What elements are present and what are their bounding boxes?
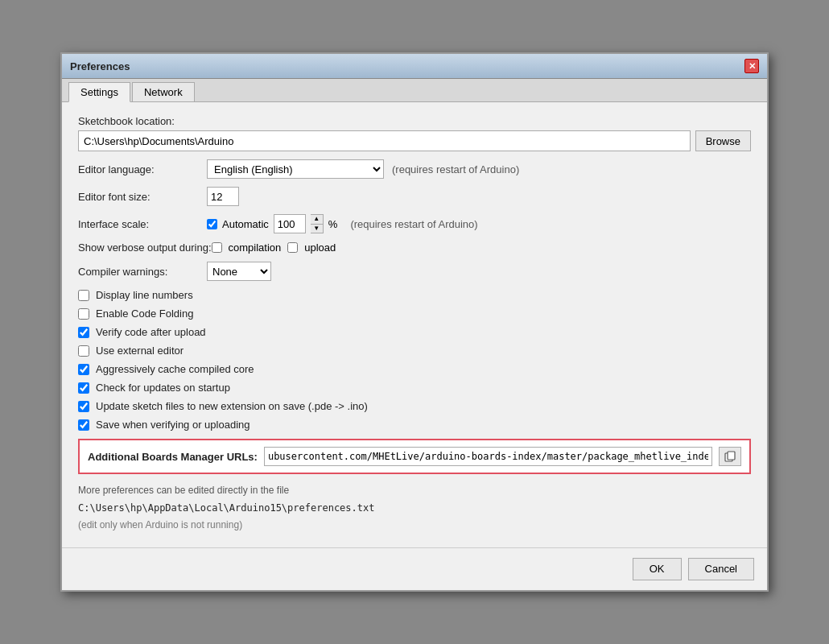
external-editor-label: Use external editor <box>96 345 184 357</box>
cache-core-checkbox[interactable] <box>78 364 89 375</box>
external-editor-checkbox[interactable] <box>78 345 89 357</box>
save-verify-checkbox[interactable] <box>78 419 89 431</box>
spinner-up-icon[interactable]: ▲ <box>311 215 323 225</box>
compiler-warnings-label: Compiler warnings: <box>78 266 207 278</box>
window-title: Preferences <box>70 60 130 72</box>
sketchbook-input-row: Browse <box>78 130 751 151</box>
verbose-output-row: Show verbose output during: compilation … <box>78 242 751 254</box>
boards-manager-url-input[interactable] <box>264 447 712 466</box>
update-extension-label: Update sketch files to new extension on … <box>96 400 368 412</box>
additional-boards-section: Additional Boards Manager URLs: <box>78 439 751 474</box>
automatic-checkbox[interactable] <box>207 219 217 229</box>
display-line-numbers-checkbox[interactable] <box>78 290 89 301</box>
language-restart-note: (requires restart of Arduino) <box>392 163 519 175</box>
display-line-numbers-label: Display line numbers <box>96 289 193 301</box>
preferences-note-section: More preferences can be edited directly … <box>78 482 751 535</box>
checkboxes-section: Display line numbers Enable Code Folding… <box>78 289 751 431</box>
check-updates-label: Check for updates on startup <box>96 382 230 394</box>
browse-button[interactable]: Browse <box>695 130 751 151</box>
check-updates-checkbox[interactable] <box>78 382 89 394</box>
cancel-button[interactable]: Cancel <box>688 558 754 580</box>
editor-language-label: Editor language: <box>78 163 207 175</box>
boards-copy-button[interactable] <box>719 447 741 466</box>
automatic-label: Automatic <box>222 218 269 230</box>
scale-controls: Automatic ▲ ▼ % (requires restart of Ard… <box>207 214 478 233</box>
upload-checkbox[interactable] <box>287 242 298 253</box>
checkbox-row-0: Display line numbers <box>78 289 751 301</box>
spinner-down-icon[interactable]: ▼ <box>311 225 323 233</box>
editor-language-select[interactable]: English (English) <box>207 159 384 179</box>
scale-unit: % <box>328 218 338 230</box>
preferences-path: C:\Users\hp\AppData\Local\Arduino15\pref… <box>78 500 751 518</box>
checkbox-row-6: Update sketch files to new extension on … <box>78 400 751 412</box>
boards-manager-label: Additional Boards Manager URLs: <box>88 451 258 463</box>
close-button[interactable]: ✕ <box>744 59 759 73</box>
editor-language-row: Editor language: English (English) (requ… <box>78 159 751 179</box>
editor-font-size-label: Editor font size: <box>78 191 207 203</box>
footer: OK Cancel <box>62 547 767 590</box>
scale-value-input[interactable] <box>274 214 306 233</box>
upload-label: upload <box>304 242 336 254</box>
tab-settings[interactable]: Settings <box>68 82 130 102</box>
compiler-warnings-select[interactable]: None Default More All <box>207 262 271 281</box>
checkbox-row-1: Enable Code Folding <box>78 308 751 320</box>
boards-row: Additional Boards Manager URLs: <box>88 447 741 466</box>
settings-content: Sketchbook location: Browse Editor langu… <box>62 102 767 547</box>
ok-button[interactable]: OK <box>633 558 682 580</box>
verify-code-label: Verify code after upload <box>96 326 206 338</box>
enable-code-folding-checkbox[interactable] <box>78 308 89 320</box>
verbose-output-label: Show verbose output during: <box>78 242 212 254</box>
checkbox-row-3: Use external editor <box>78 345 751 357</box>
edit-only-note: (edit only when Arduino is not running) <box>78 517 751 535</box>
scale-spinner[interactable]: ▲ ▼ <box>311 214 324 233</box>
editor-font-size-row: Editor font size: <box>78 187 751 206</box>
interface-scale-row: Interface scale: Automatic ▲ ▼ % (requir… <box>78 214 751 233</box>
preferences-window: Preferences ✕ Settings Network Sketchboo… <box>60 52 769 592</box>
interface-scale-label: Interface scale: <box>78 218 207 230</box>
title-bar: Preferences ✕ <box>62 54 767 79</box>
checkbox-row-7: Save when verifying or uploading <box>78 419 751 431</box>
checkbox-row-4: Aggressively cache compiled core <box>78 363 751 375</box>
sketchbook-path-input[interactable] <box>78 130 691 151</box>
preferences-note-text: More preferences can be edited directly … <box>78 482 751 500</box>
editor-font-size-input[interactable] <box>207 187 239 206</box>
verify-code-checkbox[interactable] <box>78 327 89 338</box>
verbose-options: compilation upload <box>212 242 336 254</box>
compilation-label: compilation <box>229 242 282 254</box>
save-verify-label: Save when verifying or uploading <box>96 419 250 431</box>
checkbox-row-5: Check for updates on startup <box>78 382 751 394</box>
scale-restart-note: (requires restart of Arduino) <box>350 218 477 230</box>
cache-core-label: Aggressively cache compiled core <box>96 363 254 375</box>
svg-rect-1 <box>728 452 735 460</box>
tabs-bar: Settings Network <box>62 79 767 102</box>
compilation-checkbox[interactable] <box>212 242 222 253</box>
sketchbook-location-label: Sketchbook location: <box>78 115 751 127</box>
sketchbook-location-row: Sketchbook location: Browse <box>78 115 751 151</box>
tab-network[interactable]: Network <box>132 82 195 101</box>
checkbox-row-2: Verify code after upload <box>78 326 751 338</box>
compiler-warnings-row: Compiler warnings: None Default More All <box>78 262 751 281</box>
enable-code-folding-label: Enable Code Folding <box>96 308 193 320</box>
update-extension-checkbox[interactable] <box>78 401 89 412</box>
